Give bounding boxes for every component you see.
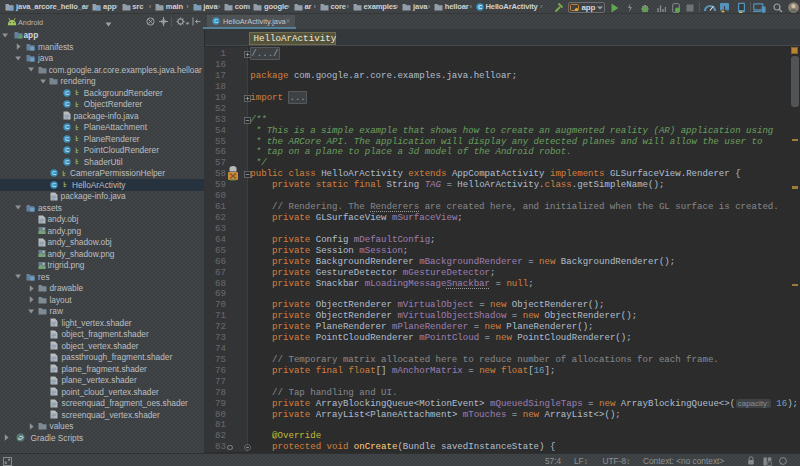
svg-text:C: C	[214, 18, 218, 24]
